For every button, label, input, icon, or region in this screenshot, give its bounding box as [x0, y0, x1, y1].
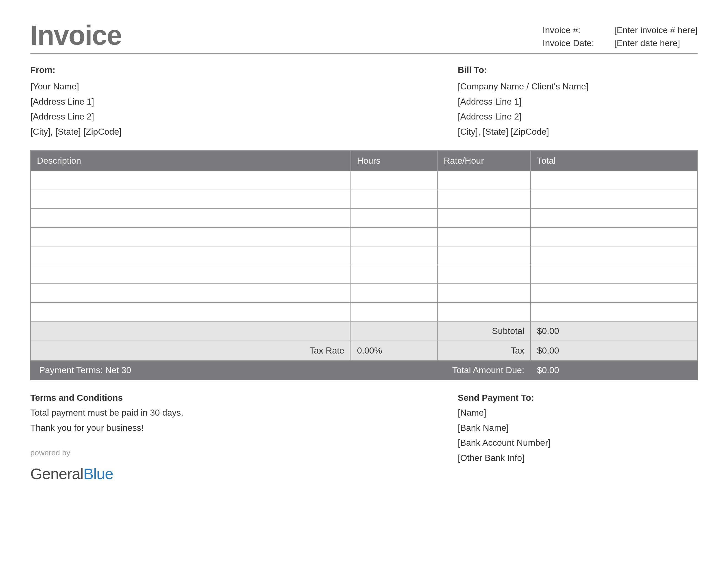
- from-name[interactable]: [Your Name]: [30, 79, 122, 94]
- cell-rate[interactable]: [437, 171, 531, 190]
- cell-hours[interactable]: [351, 190, 437, 209]
- table-row: [31, 246, 697, 265]
- invoice-date-value[interactable]: [Enter date here]: [614, 38, 680, 48]
- cell-description[interactable]: [31, 303, 351, 321]
- logo-part1: General: [30, 465, 83, 482]
- payment-block: Send Payment To: [Name] [Bank Name] [Ban…: [458, 390, 698, 487]
- cell-total[interactable]: [531, 284, 697, 303]
- cell-total[interactable]: [531, 190, 697, 209]
- addresses: From: [Your Name] [Address Line 1] [Addr…: [30, 62, 698, 139]
- payment-name[interactable]: [Name]: [458, 405, 698, 420]
- subtotal-label: Subtotal: [437, 321, 531, 341]
- from-heading: From:: [30, 62, 122, 77]
- table-row: [31, 209, 697, 227]
- from-address2[interactable]: [Address Line 2]: [30, 109, 122, 124]
- terms-line2: Thank you for your business!: [30, 420, 183, 435]
- cell-hours[interactable]: [351, 227, 437, 246]
- terms-heading: Terms and Conditions: [30, 390, 183, 405]
- cell-rate[interactable]: [437, 209, 531, 227]
- cell-total[interactable]: [531, 303, 697, 321]
- table-row: [31, 265, 697, 284]
- payment-account-number[interactable]: [Bank Account Number]: [458, 435, 698, 450]
- cell-description[interactable]: [31, 227, 351, 246]
- from-block: From: [Your Name] [Address Line 1] [Addr…: [30, 62, 122, 139]
- payment-bank-name[interactable]: [Bank Name]: [458, 420, 698, 435]
- cell-description[interactable]: [31, 284, 351, 303]
- cell-hours[interactable]: [351, 284, 437, 303]
- table-row: [31, 227, 697, 246]
- subtotal-spacer1: [31, 321, 351, 341]
- table-row: [31, 190, 697, 209]
- cell-rate[interactable]: [437, 227, 531, 246]
- cell-hours[interactable]: [351, 265, 437, 284]
- powered-by: powered by: [30, 446, 183, 460]
- cell-description[interactable]: [31, 265, 351, 284]
- invoice-meta: Invoice #: [Enter invoice # here] Invoic…: [543, 25, 698, 51]
- footer: Terms and Conditions Total payment must …: [30, 390, 698, 487]
- cell-total[interactable]: [531, 209, 697, 227]
- billto-block: Bill To: [Company Name / Client's Name] …: [458, 62, 698, 139]
- logo-part2: Blue: [83, 465, 113, 482]
- th-hours: Hours: [351, 150, 437, 171]
- table-row: [31, 171, 697, 190]
- invoice-table: Description Hours Rate/Hour Total Subtot…: [30, 150, 698, 380]
- cell-rate[interactable]: [437, 246, 531, 265]
- cell-hours[interactable]: [351, 303, 437, 321]
- th-description: Description: [31, 150, 351, 171]
- total-due-value: $0.00: [531, 361, 697, 380]
- invoice-number-label: Invoice #:: [543, 25, 614, 35]
- logo: GeneralBlue: [30, 461, 183, 487]
- page-title: Invoice: [30, 19, 122, 51]
- table-row: [31, 303, 697, 321]
- billto-heading: Bill To:: [458, 62, 698, 77]
- taxrate-value[interactable]: 0.00%: [351, 341, 437, 361]
- from-city-state-zip[interactable]: [City], [State] [ZipCode]: [30, 124, 122, 139]
- from-address1[interactable]: [Address Line 1]: [30, 94, 122, 109]
- payment-other[interactable]: [Other Bank Info]: [458, 450, 698, 465]
- billto-city-state-zip[interactable]: [City], [State] [ZipCode]: [458, 124, 698, 139]
- th-total: Total: [531, 150, 697, 171]
- header: Invoice Invoice #: [Enter invoice # here…: [30, 19, 698, 54]
- cell-description[interactable]: [31, 209, 351, 227]
- cell-description[interactable]: [31, 171, 351, 190]
- payment-terms: Payment Terms: Net 30: [31, 361, 437, 380]
- cell-rate[interactable]: [437, 284, 531, 303]
- payment-heading: Send Payment To:: [458, 390, 698, 405]
- cell-hours[interactable]: [351, 246, 437, 265]
- billto-address1[interactable]: [Address Line 1]: [458, 94, 698, 109]
- invoice-tbody: [31, 171, 697, 321]
- total-due-label: Total Amount Due:: [437, 361, 531, 380]
- cell-total[interactable]: [531, 227, 697, 246]
- tax-label: Tax: [437, 341, 531, 361]
- billto-name[interactable]: [Company Name / Client's Name]: [458, 79, 698, 94]
- table-row: [31, 284, 697, 303]
- cell-total[interactable]: [531, 265, 697, 284]
- th-rate: Rate/Hour: [437, 150, 531, 171]
- cell-rate[interactable]: [437, 265, 531, 284]
- tax-value: $0.00: [531, 341, 697, 361]
- cell-rate[interactable]: [437, 190, 531, 209]
- cell-total[interactable]: [531, 171, 697, 190]
- cell-rate[interactable]: [437, 303, 531, 321]
- subtotal-value: $0.00: [531, 321, 697, 341]
- subtotal-spacer2: [351, 321, 437, 341]
- terms-line1: Total payment must be paid in 30 days.: [30, 405, 183, 420]
- cell-hours[interactable]: [351, 171, 437, 190]
- cell-hours[interactable]: [351, 209, 437, 227]
- cell-total[interactable]: [531, 246, 697, 265]
- billto-address2[interactable]: [Address Line 2]: [458, 109, 698, 124]
- invoice-date-label: Invoice Date:: [543, 38, 614, 48]
- invoice-number-value[interactable]: [Enter invoice # here]: [614, 25, 698, 35]
- taxrate-label: Tax Rate: [31, 341, 351, 361]
- cell-description[interactable]: [31, 190, 351, 209]
- cell-description[interactable]: [31, 246, 351, 265]
- terms-block: Terms and Conditions Total payment must …: [30, 390, 183, 487]
